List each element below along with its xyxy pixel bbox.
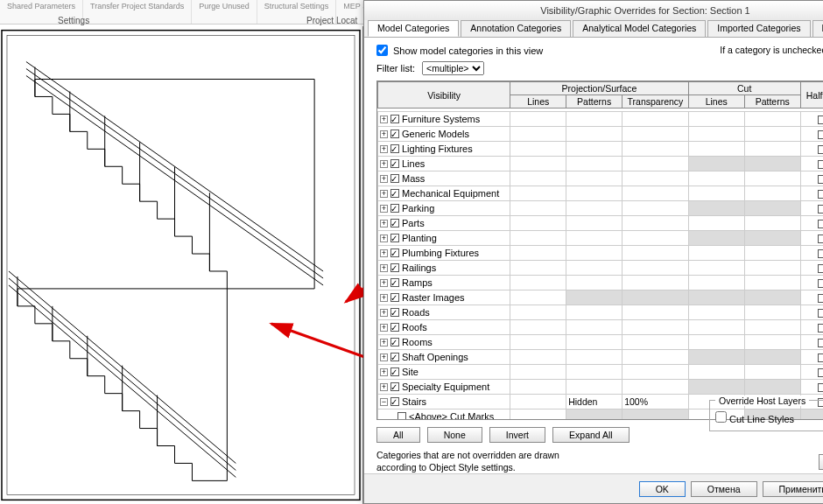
all-button[interactable]: All	[376, 427, 420, 443]
visibility-checkbox[interactable]	[390, 397, 399, 406]
visibility-checkbox[interactable]	[390, 382, 399, 391]
halftone-checkbox[interactable]	[818, 354, 823, 362]
halftone-checkbox[interactable]	[818, 160, 823, 169]
object-styles-button[interactable]: Object Styles...	[819, 454, 823, 470]
expand-icon[interactable]: +	[380, 264, 388, 272]
table-row[interactable]: +Lighting FixturesBy View	[378, 142, 824, 157]
none-button[interactable]: None	[427, 427, 482, 443]
col-cut-lines[interactable]: Lines	[688, 95, 744, 108]
col-cut[interactable]: Cut	[688, 82, 800, 95]
visibility-checkbox[interactable]	[390, 115, 399, 123]
halftone-checkbox[interactable]	[818, 309, 823, 318]
halftone-checkbox[interactable]	[818, 205, 823, 214]
visibility-checkbox[interactable]	[390, 144, 399, 153]
tab-imported-categories[interactable]: Imported Categories	[707, 20, 810, 37]
visibility-checkbox[interactable]	[390, 338, 399, 346]
table-row[interactable]: +SiteBy View	[378, 365, 824, 380]
expand-icon[interactable]: +	[380, 234, 388, 242]
col-halftone[interactable]: Halftone	[800, 82, 823, 108]
expand-icon[interactable]: +	[380, 324, 388, 332]
expand-all-button[interactable]: Expand All	[552, 427, 630, 443]
expand-icon[interactable]: +	[380, 190, 388, 198]
table-row[interactable]: +LinesBy View	[378, 157, 824, 172]
tab-filters[interactable]: Filters	[812, 20, 824, 37]
visibility-checkbox[interactable]	[390, 293, 399, 302]
visibility-checkbox[interactable]	[390, 189, 399, 198]
col-proj-lines[interactable]: Lines	[510, 95, 566, 108]
tab-annotation-categories[interactable]: Annotation Categories	[461, 20, 571, 37]
ribbon-group[interactable]: Purge Unused	[192, 0, 257, 24]
table-row[interactable]: +Shaft OpeningsBy View	[378, 350, 824, 365]
expand-icon[interactable]: +	[380, 130, 388, 138]
visibility-checkbox[interactable]	[390, 248, 399, 257]
visibility-checkbox[interactable]	[390, 368, 399, 376]
expand-icon[interactable]: +	[380, 145, 388, 153]
apply-button[interactable]: Применить	[763, 481, 823, 497]
halftone-checkbox[interactable]	[818, 116, 823, 124]
halftone-checkbox[interactable]	[818, 190, 823, 199]
table-row[interactable]: +RailingsBy View	[378, 261, 824, 276]
col-projection[interactable]: Projection/Surface	[510, 82, 689, 95]
table-row[interactable]: +RampsBy View	[378, 276, 824, 290]
visibility-checkbox[interactable]	[390, 323, 399, 332]
table-row[interactable]: +RoomsBy View	[378, 335, 824, 350]
drawing-canvas[interactable]	[0, 26, 363, 504]
halftone-checkbox[interactable]	[818, 220, 823, 228]
table-row[interactable]: +Generic ModelsBy View	[378, 127, 824, 142]
ribbon-group[interactable]: Transfer Project Standards	[83, 0, 192, 24]
visibility-checkbox[interactable]	[397, 412, 406, 419]
col-visibility[interactable]: Visibility	[378, 82, 510, 108]
halftone-checkbox[interactable]	[818, 130, 823, 139]
halftone-checkbox[interactable]	[818, 294, 823, 303]
expand-icon[interactable]: +	[380, 339, 388, 346]
visibility-checkbox[interactable]	[390, 130, 399, 138]
expand-icon[interactable]: +	[380, 205, 388, 213]
tab-model-categories[interactable]: Model Categories	[368, 20, 459, 37]
visibility-checkbox[interactable]	[390, 353, 399, 361]
expand-icon[interactable]: +	[380, 175, 388, 183]
table-row[interactable]: +RoofsBy View	[378, 320, 824, 335]
invert-button[interactable]: Invert	[489, 427, 545, 443]
table-row[interactable]: +Furniture SystemsBy View	[378, 112, 824, 127]
expand-icon[interactable]: +	[380, 368, 388, 376]
halftone-checkbox[interactable]	[818, 324, 823, 332]
visibility-checkbox[interactable]	[390, 174, 399, 183]
table-row[interactable]: +RoadsBy View	[378, 305, 824, 320]
show-model-categories-checkbox[interactable]	[376, 45, 388, 56]
visibility-checkbox[interactable]	[390, 278, 399, 287]
visibility-checkbox[interactable]	[390, 204, 399, 213]
expand-icon[interactable]: +	[380, 160, 388, 168]
halftone-checkbox[interactable]	[818, 234, 823, 243]
table-row[interactable]: +PlantingBy View	[378, 231, 824, 246]
halftone-checkbox[interactable]	[818, 175, 823, 184]
filter-list-select[interactable]: <multiple>	[422, 61, 484, 75]
categories-grid[interactable]: Visibility Projection/Surface Cut Halfto…	[376, 80, 823, 420]
cut-line-styles-checkbox[interactable]	[715, 411, 727, 423]
visibility-checkbox[interactable]	[390, 263, 399, 272]
collapse-icon[interactable]: −	[380, 398, 388, 406]
halftone-checkbox[interactable]	[818, 145, 823, 154]
tab-analytical-model-categories[interactable]: Analytical Model Categories	[573, 20, 706, 37]
halftone-checkbox[interactable]	[818, 279, 823, 288]
ok-button[interactable]: OK	[639, 481, 686, 497]
halftone-checkbox[interactable]	[818, 339, 823, 347]
visibility-checkbox[interactable]	[390, 234, 399, 242]
expand-icon[interactable]: +	[380, 309, 388, 317]
expand-icon[interactable]: +	[380, 116, 388, 123]
table-row[interactable]: +PartsBy View	[378, 216, 824, 231]
halftone-checkbox[interactable]	[818, 383, 823, 392]
expand-icon[interactable]: +	[380, 383, 388, 391]
expand-icon[interactable]: +	[380, 279, 388, 287]
expand-icon[interactable]: +	[380, 220, 388, 228]
cancel-button[interactable]: Отмена	[691, 481, 757, 497]
visibility-checkbox[interactable]	[390, 308, 399, 317]
table-row[interactable]: +Specialty EquipmentBy View	[378, 380, 824, 395]
visibility-checkbox[interactable]	[390, 219, 399, 228]
expand-icon[interactable]: +	[380, 354, 388, 361]
table-row[interactable]: +Mechanical EquipmentBy View	[378, 186, 824, 201]
table-row[interactable]: +Raster ImagesBy View	[378, 290, 824, 305]
expand-icon[interactable]: +	[380, 294, 388, 302]
table-row[interactable]: +Plumbing FixturesBy View	[378, 246, 824, 261]
table-row[interactable]: +MassBy View	[378, 172, 824, 186]
col-proj-transparency[interactable]: Transparency	[623, 95, 689, 108]
